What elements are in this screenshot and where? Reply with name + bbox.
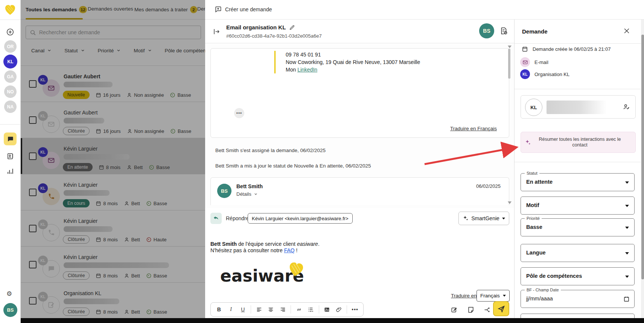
caret-down-icon bbox=[625, 252, 629, 254]
tab-truncated[interactable]: Den bbox=[197, 6, 205, 12]
current-user-avatar[interactable]: BS bbox=[3, 303, 17, 317]
agent-avatar: BS bbox=[217, 184, 231, 198]
edit-title-icon[interactable] bbox=[289, 24, 295, 30]
nav-conversations[interactable] bbox=[4, 133, 17, 145]
filter-row: Canal Statut Priorité Motif Pôle de comp… bbox=[31, 46, 205, 55]
summarize-interactions-button[interactable]: Résumer toutes les interactions avec le … bbox=[521, 132, 636, 153]
tab-demandes-ouvertes[interactable]: Demandes ouvertes bbox=[88, 6, 133, 12]
priorite-select[interactable]: Priorité Basse bbox=[521, 218, 635, 236]
row-checkbox[interactable] bbox=[29, 225, 37, 232]
settings-gear-icon[interactable]: ⚙ bbox=[6, 290, 12, 297]
sparkle-icon bbox=[525, 139, 531, 146]
list-item[interactable]: KL Kévin Larguier Clôturée 8 mois Bett H… bbox=[21, 210, 205, 246]
easiware-logo-icon[interactable] bbox=[3, 2, 17, 17]
filter-priorite[interactable]: Priorité bbox=[98, 46, 121, 55]
row-checkbox[interactable] bbox=[29, 152, 37, 160]
panel-scrollbar[interactable] bbox=[641, 20, 644, 318]
filter-motif[interactable]: Motif bbox=[134, 46, 152, 55]
contact-card[interactable]: KL bbox=[521, 95, 636, 119]
add-button[interactable] bbox=[6, 28, 15, 37]
avatar-ga[interactable]: GA bbox=[4, 70, 17, 83]
caret-down-icon bbox=[625, 276, 629, 278]
more-tools-button[interactable]: ••• bbox=[350, 304, 360, 315]
list-item[interactable]: KL Gautier Aubert Nouvelle 16 jours Non … bbox=[21, 66, 205, 102]
collapse-panel-icon[interactable] bbox=[213, 28, 220, 35]
list-item[interactable]: KL Kévin Larguier En attente 8 mois Bett… bbox=[21, 138, 205, 174]
langue-select[interactable]: Langue bbox=[521, 244, 635, 262]
filter-statut[interactable]: Statut bbox=[64, 46, 85, 55]
motif-select[interactable]: Motif bbox=[521, 197, 635, 215]
edit-contact-icon[interactable] bbox=[623, 103, 630, 111]
tab-toutes-les-demandes[interactable]: Toutes les demandes12 bbox=[26, 6, 87, 13]
language-select[interactable]: Français bbox=[477, 290, 510, 302]
format-toolbar: B I U ••• bbox=[210, 302, 364, 317]
row-checkbox[interactable] bbox=[29, 80, 37, 88]
calendar-icon bbox=[96, 201, 101, 206]
align-left-button[interactable] bbox=[254, 304, 264, 315]
avatar-or[interactable]: OR bbox=[4, 40, 17, 53]
list-item[interactable]: KL Kévin Larguier En cours 8 mois Bett B… bbox=[21, 174, 205, 210]
filter-pole[interactable]: Pôle de compétence bbox=[165, 46, 205, 55]
close-icon[interactable] bbox=[623, 27, 631, 35]
assignee-avatar[interactable]: BS bbox=[479, 23, 494, 38]
recipient-chip[interactable]: Kévin Larguier <kevin.larguier@easiware.… bbox=[248, 213, 353, 224]
row-checkbox[interactable] bbox=[29, 297, 37, 305]
list-item[interactable]: KL Organisation KL Clôturée 8 mois Bett … bbox=[21, 282, 205, 318]
row-checkbox[interactable] bbox=[29, 189, 37, 196]
contact-avatar: KL bbox=[38, 219, 48, 229]
internal-note-button[interactable] bbox=[466, 305, 476, 315]
send-button[interactable] bbox=[493, 301, 509, 316]
date-field[interactable]: BF - Champ Date jj/mm/aaaa bbox=[521, 290, 635, 308]
contact-name: Gautier Aubert bbox=[64, 110, 97, 116]
priority-icon bbox=[170, 128, 176, 134]
assignee-label: Bett bbox=[131, 273, 140, 279]
priority-label: Basse bbox=[154, 273, 167, 279]
row-checkbox[interactable] bbox=[29, 116, 37, 124]
list-item[interactable]: KL Gautier Aubert Clôturée 16 jours Non … bbox=[21, 102, 205, 138]
list-button[interactable] bbox=[306, 304, 316, 315]
reply-icon[interactable] bbox=[210, 213, 222, 224]
ticket-doc-icon[interactable] bbox=[499, 27, 508, 35]
bottom-black-bar bbox=[21, 318, 644, 323]
priority-icon bbox=[149, 165, 154, 170]
underline-button[interactable]: U bbox=[238, 304, 248, 315]
share-button[interactable] bbox=[482, 305, 493, 315]
nav-stats[interactable] bbox=[4, 165, 17, 178]
pole-select[interactable]: Pôle de compétences bbox=[521, 267, 635, 285]
insert-image-button[interactable] bbox=[322, 304, 332, 315]
create-request-button[interactable]: Créer une demande bbox=[215, 6, 272, 13]
edit-note-button[interactable] bbox=[449, 305, 460, 315]
caret-down-icon bbox=[625, 205, 629, 207]
search-input[interactable] bbox=[39, 29, 197, 35]
align-center-button[interactable] bbox=[266, 304, 276, 315]
tab-mes-demandes[interactable]: Mes demandes à traiter2 bbox=[134, 6, 197, 13]
datepicker-icon[interactable] bbox=[623, 296, 630, 302]
details-toggle[interactable]: Détails bbox=[236, 191, 258, 197]
avatar-no[interactable]: NO bbox=[4, 85, 17, 98]
conversation-thread: 09 78 45 01 91 Now Coworking, 19 Quai de… bbox=[205, 43, 514, 208]
show-more-button[interactable]: ••• bbox=[234, 108, 244, 118]
statut-select[interactable]: Statut En attente bbox=[521, 173, 635, 191]
faq-link[interactable]: FAQ bbox=[284, 247, 295, 253]
redacted-subject bbox=[64, 190, 110, 196]
row-checkbox[interactable] bbox=[29, 261, 37, 268]
list-item[interactable]: KL Kévin Larguier Clôturée 8 mois Bett B… bbox=[21, 246, 205, 282]
message-plus-icon bbox=[215, 6, 222, 13]
link-button[interactable] bbox=[294, 304, 304, 315]
nav-contacts[interactable] bbox=[4, 150, 17, 163]
translate-compose-link[interactable]: Traduire en bbox=[451, 293, 477, 299]
align-right-button[interactable] bbox=[278, 304, 288, 315]
linkedin-link[interactable]: LinkedIn bbox=[297, 67, 317, 73]
attach-file-button[interactable] bbox=[334, 304, 344, 315]
translate-message-link[interactable]: Traduire en Français bbox=[450, 126, 497, 131]
italic-button[interactable]: I bbox=[226, 304, 236, 315]
avatar-na[interactable]: NA bbox=[4, 101, 17, 113]
bold-button[interactable]: B bbox=[214, 304, 224, 315]
contact-avatar: KL bbox=[38, 256, 48, 265]
activity-log-entry: Bett Smith s'est assigné la demande, 06/… bbox=[215, 148, 326, 153]
thread-scrollbar[interactable] bbox=[508, 46, 511, 205]
smartgenie-button[interactable]: SmartGenie bbox=[458, 212, 509, 225]
priority-icon bbox=[146, 201, 152, 206]
avatar-kl[interactable]: KL bbox=[3, 55, 17, 69]
filter-canal[interactable]: Canal bbox=[31, 46, 52, 55]
